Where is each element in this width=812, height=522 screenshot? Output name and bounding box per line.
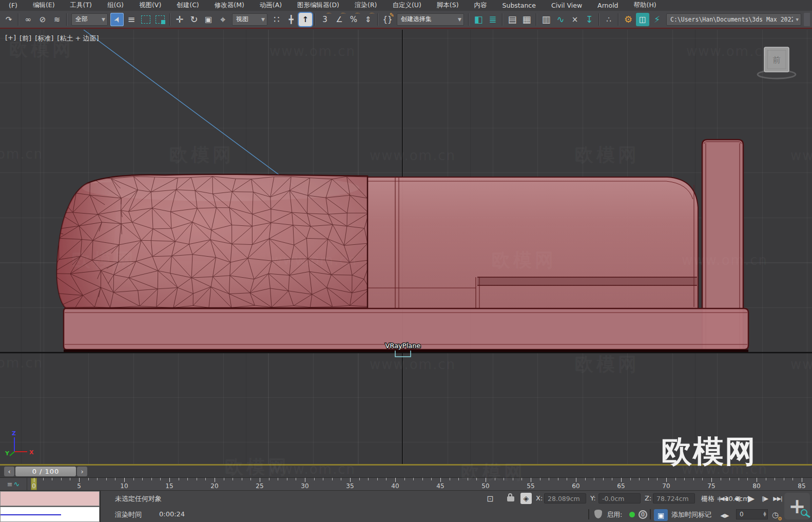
- frame-tick-label: 35: [346, 482, 354, 490]
- select-object-icon[interactable]: ➤: [110, 13, 124, 26]
- select-place-icon[interactable]: ⌖: [216, 13, 229, 26]
- mirror-icon[interactable]: ◧: [472, 13, 485, 26]
- frame-tick: [97, 478, 98, 480]
- frame-tick: [323, 478, 323, 480]
- play-button[interactable]: ▶: [744, 492, 758, 505]
- menu-file[interactable]: (F): [1, 0, 25, 11]
- select-link-icon[interactable]: ∞: [22, 13, 35, 26]
- chevron-down-icon: ▼: [458, 17, 461, 22]
- redo-icon[interactable]: ↷: [2, 13, 15, 26]
- viewport-menu-renderer[interactable]: [标准]: [35, 34, 53, 43]
- ribbon-toggle-icon[interactable]: ▥: [539, 13, 553, 26]
- menu-content[interactable]: 内容: [467, 0, 495, 11]
- menu-rendering[interactable]: 渲染(R): [347, 0, 384, 11]
- align-icon[interactable]: ≣: [486, 13, 499, 26]
- window-crossing-icon[interactable]: [153, 13, 167, 26]
- frame-tick: [693, 478, 694, 480]
- curve-editor-icon[interactable]: ∿: [554, 13, 567, 26]
- divider: [650, 509, 651, 519]
- select-by-name-icon[interactable]: ≡: [125, 13, 138, 26]
- shade-selected-icon[interactable]: ∴: [602, 13, 615, 26]
- zero-badge-icon[interactable]: 0: [639, 510, 647, 519]
- unlink-selection-icon[interactable]: ⊘: [36, 13, 49, 26]
- time-slider-track[interactable]: ‹ 0 / 100 ›: [0, 466, 812, 477]
- selection-lock-icon[interactable]: [507, 496, 514, 501]
- menu-help[interactable]: 帮助(H): [626, 0, 664, 11]
- menu-animation[interactable]: 动画(A): [252, 0, 289, 11]
- next-frame-button[interactable]: ‖▶: [759, 492, 771, 505]
- bind-spacewarp-icon[interactable]: ≋: [50, 13, 64, 26]
- frame-spinner[interactable]: ▲▼: [762, 509, 768, 519]
- selection-filter-dropdown[interactable]: 全部▼: [71, 13, 108, 26]
- clipped-edge-icon[interactable]: [804, 13, 810, 26]
- menu-modifiers[interactable]: 修改器(M): [207, 0, 252, 11]
- frame-tick: [160, 478, 161, 480]
- viewport-menu-pov[interactable]: [前]: [20, 34, 31, 43]
- menu-edit[interactable]: 编辑(E): [25, 0, 63, 11]
- snap-toggle-3d-icon[interactable]: 3⌒: [318, 13, 332, 26]
- previous-frame-arrow[interactable]: ‹: [4, 467, 14, 476]
- isolate-selection-icon[interactable]: ⊡: [487, 494, 493, 504]
- keyboard-override-icon[interactable]: ↑: [299, 13, 312, 26]
- frame-tick: [513, 478, 513, 480]
- time-configuration-button[interactable]: ◷⚙: [772, 510, 779, 519]
- select-scale-icon[interactable]: ▣: [202, 13, 215, 26]
- track-bar[interactable]: ≡ ∿ 0510152025303540455055606570758085: [0, 477, 812, 491]
- viewport-menu-shading[interactable]: [粘土 + 边面]: [57, 34, 99, 43]
- select-region-icon[interactable]: [139, 13, 152, 26]
- select-manipulate-icon[interactable]: ╋: [284, 13, 298, 26]
- menu-tools[interactable]: 工具(T): [63, 0, 100, 11]
- next-frame-arrow[interactable]: ›: [77, 467, 87, 476]
- previous-frame-button[interactable]: ◀‖: [731, 492, 743, 505]
- go-to-end-button[interactable]: ▶▶|: [771, 492, 784, 505]
- material-editor-icon[interactable]: ↧: [583, 13, 596, 26]
- enabled-indicator-dot[interactable]: [629, 512, 635, 517]
- edit-named-selection-sets-icon[interactable]: {}✎: [381, 13, 394, 26]
- named-selection-set-dropdown[interactable]: 创建选择集▼: [397, 13, 464, 26]
- time-slider-handle[interactable]: 0 / 100: [15, 467, 76, 476]
- angle-snap-icon[interactable]: ∠⌒: [333, 13, 346, 26]
- menu-graph-editors[interactable]: 图形编辑器(D): [289, 0, 347, 11]
- project-path-dropdown[interactable]: C:\Users\Han\Documents\3ds Max 2022▼: [666, 13, 801, 26]
- menu-civil-view[interactable]: Civil View: [544, 0, 590, 11]
- viewport-front[interactable]: [+] [前] [标准] [粘土 + 边面]: [0, 30, 812, 464]
- coord-z-field[interactable]: 78.724cm: [653, 493, 695, 504]
- key-mode-toggle[interactable]: ◀▶: [718, 509, 732, 521]
- maxscript-mini-listener[interactable]: [0, 491, 101, 522]
- set-keys-button[interactable]: +: [784, 493, 810, 519]
- viewport-menu-general[interactable]: [+]: [5, 34, 16, 43]
- rendered-frame-window-icon[interactable]: ◫: [636, 13, 649, 26]
- mini-curve-editor-button[interactable]: ≡ ∿: [0, 478, 27, 490]
- menu-views[interactable]: 视图(V): [131, 0, 169, 11]
- layer-explorer-toggle-icon[interactable]: ▦: [520, 13, 533, 26]
- menu-substance[interactable]: Substance: [495, 0, 544, 11]
- absolute-mode-transform-icon[interactable]: ◈: [520, 493, 532, 504]
- select-move-icon[interactable]: ✛: [173, 13, 186, 26]
- menu-arnold[interactable]: Arnold: [590, 0, 626, 11]
- schematic-view-icon[interactable]: ×: [568, 13, 582, 26]
- render-setup-icon[interactable]: ⚙: [622, 13, 635, 26]
- listener-macro-pane[interactable]: [0, 491, 100, 506]
- go-to-start-button[interactable]: |◀◀: [717, 492, 730, 505]
- viewcube[interactable]: 前: [758, 47, 796, 79]
- time-tag-cube-icon[interactable]: ▣: [654, 509, 668, 521]
- menu-customize[interactable]: 自定义(U): [384, 0, 429, 11]
- menu-create[interactable]: 创建(C): [169, 0, 206, 11]
- select-rotate-icon[interactable]: ↻: [187, 13, 201, 26]
- frame-tick: [43, 478, 44, 480]
- coord-x-field[interactable]: 28.089cm: [544, 493, 586, 504]
- render-production-icon[interactable]: ⚡: [650, 13, 664, 26]
- spinner-snap-icon[interactable]: ⇕⌒: [361, 13, 375, 26]
- shield-icon[interactable]: [594, 510, 602, 518]
- percent-snap-icon[interactable]: %⌒: [347, 13, 360, 26]
- use-pivot-center-icon[interactable]: ∷: [270, 13, 283, 26]
- coord-y-field[interactable]: -0.0cm: [598, 493, 641, 504]
- scene-explorer-toggle-icon[interactable]: ▤: [506, 13, 519, 26]
- frame-tick-label: 30: [301, 482, 308, 490]
- toolbar-separator: [618, 13, 619, 26]
- frame-tick: [521, 478, 522, 480]
- ref-coord-dropdown[interactable]: 视图▼: [232, 13, 267, 26]
- menu-group[interactable]: 组(G): [100, 0, 131, 11]
- menu-scripting[interactable]: 脚本(S): [429, 0, 467, 11]
- add-time-tag-label[interactable]: 添加时间标记: [671, 510, 711, 519]
